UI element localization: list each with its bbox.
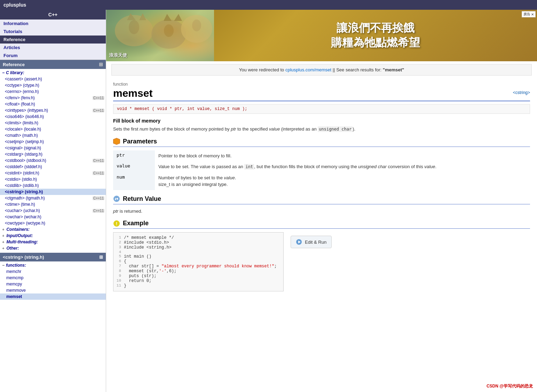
code-line-7: 7 char str[] = "almost every programmer … [113, 264, 283, 269]
ad-label: 廣告 [523, 12, 530, 17]
cxx-badge: C++11 [93, 171, 104, 175]
doc-description: Sets the first num bytes of the block of… [113, 126, 530, 133]
func-item-memchr[interactable]: memchr [0, 268, 106, 275]
tree-item-cerrno[interactable]: <cerrno> (errno.h) [0, 88, 106, 95]
main-content: 浪浪天使 讓浪們不再挨餓 購糧為牠點燃希望 廣告 ✕ You were redi… [106, 10, 537, 392]
tree-item-cstddef[interactable]: <cstddef> (stddef.h) [0, 164, 106, 170]
ad-banner-text-area: 讓浪們不再挨餓 購糧為牠點燃希望 [214, 10, 537, 61]
tree-group-inputoutput[interactable]: + Input/Output: [0, 233, 106, 239]
signature-text: void * memset ( void * ptr, int value, s… [117, 107, 247, 111]
angle-bracket-close: > [528, 90, 530, 95]
line-num-6: 6 [113, 259, 124, 263]
func-item-memmove[interactable]: memmove [0, 287, 106, 293]
line-num-2: 2 [113, 240, 124, 244]
sidebar-item-tutorials[interactable]: Tutorials [0, 28, 106, 36]
tree-group-containers[interactable]: + Containers: [0, 226, 106, 233]
func-item-memset[interactable]: memset [0, 293, 106, 300]
edit-run-icon [296, 239, 302, 245]
tree-item-climits[interactable]: <climits> (limits.h) [0, 120, 106, 126]
edit-run-button[interactable]: Edit & Run [291, 236, 332, 248]
unsigned-char-code: unsigned char [318, 126, 353, 132]
code-line-9: 9 puts (str); [113, 274, 283, 279]
sidebar-nav: Information Tutorials Reference Articles… [0, 19, 106, 60]
param-desc-value: Value to be set. The value is passed as … [155, 161, 530, 172]
svg-marker-11 [114, 139, 119, 144]
cstring-link-text: cstring [515, 90, 528, 95]
sidebar-header: C++ [0, 10, 106, 19]
redirect-text-1: You were redirected to [239, 67, 285, 72]
line-num-5: 5 [113, 254, 124, 258]
code-line-10: 10 return 0; [113, 279, 283, 283]
tree-item-csetjmp[interactable]: <csetjmp> (setjmp.h) [0, 139, 106, 145]
param-name-ptr: ptr [113, 150, 155, 162]
tree-item-csignal[interactable]: <csignal> (signal.h) [0, 145, 106, 151]
tree-item-cstdarg[interactable]: <cstdarg> (stdarg.h) [0, 151, 106, 157]
group-containers-label: Containers: [6, 227, 30, 232]
return-value-section-title: Return Value [123, 195, 161, 203]
code-line-6: 6 { [113, 259, 283, 264]
code-block: 1 /* memset example */ 2 #include <stdio… [113, 232, 284, 291]
tree-item-cstdint[interactable]: <cstdint> (stdint.h) C++11 [0, 170, 106, 176]
sidebar-item-articles[interactable]: Articles [0, 44, 106, 52]
sidebar-item-reference[interactable]: Reference [0, 36, 106, 44]
line-code-3: #include <string.h> [124, 245, 172, 250]
tree-item-ciso646[interactable]: <ciso646> (iso646.h) [0, 113, 106, 120]
func-item-memcpy[interactable]: memcpy [0, 281, 106, 287]
line-num-7: 7 [113, 264, 124, 268]
tree-item-cuchar[interactable]: <cuchar> (uchar.h) C++11 [0, 207, 106, 214]
tree-item-cstdbool[interactable]: <cstdbool> (stdbool.h) C++11 [0, 157, 106, 164]
group-io-label: Input/Output: [6, 233, 33, 238]
example-icon: ! [113, 220, 120, 227]
func-item-memcmp[interactable]: memcmp [0, 275, 106, 281]
cxx-badge: C++11 [93, 196, 104, 200]
doc-header-link[interactable]: <cstring> [513, 90, 530, 95]
ad-banner-image: 浪浪天使 [106, 10, 214, 61]
line-code-11: } [124, 283, 126, 288]
tree-item-cstdlib[interactable]: <cstdlib> (stdlib.h) [0, 182, 106, 189]
redirect-text-2: || See search results for: [331, 67, 383, 72]
tree-item-ctgmath[interactable]: <ctgmath> (tgmath.h) C++11 [0, 195, 106, 201]
line-code-7: char str[] = "almost every programmer sh… [124, 264, 277, 269]
svg-point-4 [164, 24, 174, 37]
watermark-text: CSDN @学写代码的恐龙 [487, 384, 533, 389]
edit-run-label: Edit & Run [305, 240, 326, 245]
doc-type-label: function [113, 82, 530, 87]
tree-item-cfloat[interactable]: <cfloat> (float.h) [0, 101, 106, 107]
tree-item-cassert[interactable]: <cassert> (assert.h) [0, 76, 106, 82]
sidebar-item-forum[interactable]: Forum [0, 52, 106, 60]
line-num-4: 4 [113, 250, 124, 254]
tree-item-cctype[interactable]: <cctype> (ctype.h) [0, 82, 106, 88]
param-desc-ptr: Pointer to the block of memory to fill. [155, 150, 530, 162]
close-icon[interactable]: ✕ [531, 13, 534, 16]
ad-banner-corner[interactable]: 廣告 ✕ [522, 11, 536, 17]
svg-point-3 [129, 20, 139, 34]
int-code: int [244, 164, 254, 170]
redirect-link[interactable]: cplusplus.com/memset [285, 67, 331, 72]
c-library-header[interactable]: − C library: [0, 70, 106, 76]
tree-group-other[interactable]: + Other: [0, 245, 106, 251]
tree-item-ctime[interactable]: <ctime> (time.h) [0, 201, 106, 207]
cxx-badge: C++11 [93, 209, 104, 213]
tree-item-cfenv[interactable]: <cfenv> (fenv.h) C++11 [0, 95, 106, 101]
ad-banner-title-2: 購糧為牠點燃希望 [331, 36, 420, 50]
functions-list: − functions: memchr memcmp memcpy memmov… [0, 261, 106, 300]
tree-item-cwctype[interactable]: <cwctype> (wctype.h) [0, 220, 106, 226]
tree-group-multithreading[interactable]: + Multi-threading: [0, 239, 106, 245]
param-row-ptr: ptr Pointer to the block of memory to fi… [113, 150, 530, 162]
tree-item-cinttypes[interactable]: <cinttypes> (inttypes.h) C++11 [0, 107, 106, 113]
main-layout: C++ Information Tutorials Reference Arti… [0, 10, 537, 392]
line-code-2: #include <stdio.h> [124, 240, 169, 245]
cstring-section-icon[interactable]: ⊞ [99, 254, 103, 260]
tree-item-cstdio[interactable]: <cstdio> (stdio.h) [0, 176, 106, 182]
angle-bracket-open: < [513, 90, 515, 95]
cstring-section-header: <cstring> (string.h) ⊞ [0, 253, 106, 261]
param-row-num: num Number of bytes to be set to the val… [113, 172, 530, 190]
tree-item-cstring[interactable]: <cstring> (string.h) [0, 189, 106, 195]
plus-icon: + [2, 246, 4, 250]
sidebar-item-information[interactable]: Information [0, 19, 106, 28]
reference-section-icon[interactable]: ⊞ [99, 62, 103, 67]
tree-item-cwchar[interactable]: <cwchar> (wchar.h) [0, 214, 106, 220]
tree-item-cmath[interactable]: <cmath> (math.h) [0, 132, 106, 139]
tree-item-clocale[interactable]: <clocale> (locale.h) [0, 126, 106, 132]
site-logo: cplusplus [3, 2, 26, 8]
